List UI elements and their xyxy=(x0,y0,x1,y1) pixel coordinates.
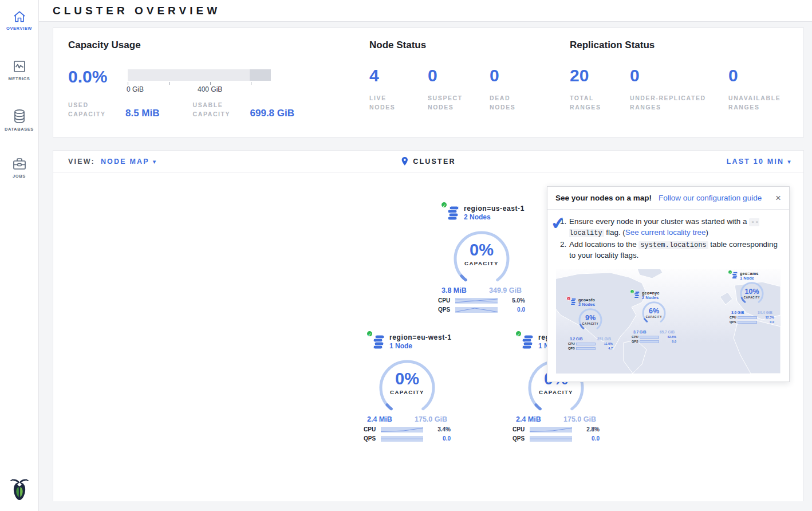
capacity-gauge: 6% CAPACITY xyxy=(638,301,669,330)
node-count: 1 Node xyxy=(740,276,759,281)
suspect-nodes-metric: 0 SUSPECT NODES xyxy=(428,68,490,112)
page-titlebar: CLUSTER OVERVIEW xyxy=(39,0,812,22)
capacity-gauge: 0% CAPACITY xyxy=(447,223,516,285)
suspect-nodes-label: SUSPECT NODES xyxy=(428,93,472,112)
node-used-capacity: 2.4 MiB xyxy=(516,415,541,423)
geo-label: geo=sfo xyxy=(578,298,595,302)
cpu-sparkline xyxy=(455,298,498,304)
node-total-capacity: 349.9 GiB xyxy=(489,286,522,294)
sidebar-item-label: METRICS xyxy=(0,76,38,81)
node-group-us-east-1[interactable]: ✓ region=us-east-1 2 Nodes xyxy=(435,205,529,313)
gauge-capacity-label: CAPACITY xyxy=(736,296,767,299)
sidebar-item-databases[interactable]: DATABASES xyxy=(0,107,38,136)
node-group-eu-west-1[interactable]: ✓ region=eu-west-1 1 Node xyxy=(360,333,454,442)
popup-step-1: 1. Ensure every node in your cluster was… xyxy=(560,217,780,238)
qps-sparkline xyxy=(381,436,423,442)
node-used-capacity: 3.2 GiB xyxy=(570,337,582,341)
sidebar-item-jobs[interactable]: JOBS xyxy=(0,155,38,183)
cpu-value: 12.3% xyxy=(765,316,774,319)
live-nodes-metric: 4 LIVE NODES xyxy=(369,68,428,112)
used-capacity-label: USED CAPACITY xyxy=(68,100,117,119)
locality-tree-link[interactable]: See current locality tree xyxy=(625,228,706,237)
qps-value: 0.0 xyxy=(592,435,600,442)
capacity-percent: 0.0% xyxy=(68,69,128,84)
done-check-icon: ✔ xyxy=(550,213,566,234)
gauge-percent: 6% xyxy=(638,307,669,315)
summary-panel: Capacity Usage 0.0% 0 GiB 400 GiB xyxy=(53,27,804,137)
breadcrumb-cluster[interactable]: CLUSTER xyxy=(413,158,455,166)
gauge-capacity-label: CAPACITY xyxy=(373,389,442,395)
node-used-capacity: 3.7 GiB xyxy=(633,330,646,334)
node-total-capacity: 65.7 GiB xyxy=(660,330,675,334)
cpu-label: CPU xyxy=(438,297,455,304)
usable-capacity-value: 699.8 GiB xyxy=(250,108,295,119)
gauge-percent: 9% xyxy=(575,314,606,322)
live-nodes-value: 4 xyxy=(369,68,428,83)
time-range-dropdown[interactable]: LAST 10 MIN▾ xyxy=(727,158,792,166)
database-icon xyxy=(13,109,26,124)
cpu-value: 11.0% xyxy=(604,342,613,345)
node-status-section: Node Status 4 LIVE NODES 0 SUSPECT NODES… xyxy=(369,40,547,112)
under-replicated-ranges-metric: 0 UNDER-REPLICATED RANGES xyxy=(630,68,728,112)
view-bar: VIEW: NODE MAP▾ CLUSTER LAST 10 MIN▾ xyxy=(53,151,803,172)
replication-status-title: Replication Status xyxy=(570,40,803,51)
unavailable-ranges-value: 0 xyxy=(728,68,803,83)
unavailable-ranges-label: UNAVAILABLE RANGES xyxy=(728,93,786,112)
qps-sparkline xyxy=(640,340,659,343)
sidebar-item-overview[interactable]: OVERVIEW xyxy=(0,8,38,36)
metrics-icon xyxy=(13,60,26,73)
example-map-image: ! geo=sfo 2 Nodes xyxy=(556,269,781,374)
sidebar-item-label: OVERVIEW xyxy=(0,26,38,31)
qps-label: QPS xyxy=(568,347,576,350)
gauge-capacity-label: CAPACITY xyxy=(522,389,590,395)
mini-node-sfo: ! geo=sfo 2 Nodes xyxy=(564,298,617,350)
gauge-percent: 10% xyxy=(736,288,767,296)
suspect-nodes-value: 0 xyxy=(428,68,490,83)
popup-title: See your nodes on a map! xyxy=(555,194,652,202)
region-label: region=us-east-1 xyxy=(464,205,525,213)
qps-label: QPS xyxy=(513,435,530,442)
cpu-value: 3.4% xyxy=(437,426,451,433)
system-locations-code: system.locations xyxy=(638,241,708,249)
gauge-capacity-label: CAPACITY xyxy=(638,316,669,319)
cpu-label: CPU xyxy=(568,342,576,345)
view-dropdown[interactable]: NODE MAP▾ xyxy=(101,158,157,166)
gauge-capacity-label: CAPACITY xyxy=(447,260,516,266)
cpu-value: 5.0% xyxy=(512,297,525,304)
configuration-guide-link[interactable]: Follow our configuration guide xyxy=(659,194,762,202)
node-count: 1 Node xyxy=(389,342,452,350)
capacity-usage-title: Capacity Usage xyxy=(68,40,354,51)
healthy-check-icon: ✓ xyxy=(515,330,522,337)
cpu-sparkline xyxy=(640,336,659,339)
qps-label: QPS xyxy=(438,306,455,313)
healthy-check-icon: ✓ xyxy=(440,201,448,209)
axis-label-400: 400 GiB xyxy=(198,85,222,93)
cpu-value: 42.6% xyxy=(667,335,676,339)
cockroachdb-logo xyxy=(0,478,38,503)
sidebar-item-metrics[interactable]: METRICS xyxy=(0,57,38,86)
axis-label-0: 0 GiB xyxy=(127,85,144,93)
node-total-capacity: 351 GiB xyxy=(597,337,611,341)
mini-node-nyc: ✓ geo=nyc 2 Nodes xyxy=(628,291,680,343)
close-icon[interactable]: × xyxy=(775,193,781,203)
qps-value: 0.0 xyxy=(443,435,451,442)
qps-sparkline xyxy=(455,307,498,313)
healthy-check-icon: ✓ xyxy=(366,330,373,337)
usable-capacity-label: USABLE CAPACITY xyxy=(193,100,242,119)
dead-nodes-value: 0 xyxy=(490,68,547,83)
home-icon xyxy=(13,10,26,23)
dead-nodes-label: DEAD NODES xyxy=(490,93,530,112)
popup-step-2: 2. Add locations to the system.locations… xyxy=(560,239,780,261)
used-capacity-value: 8.5 MiB xyxy=(125,108,160,119)
capacity-gauge: 0% CAPACITY xyxy=(373,352,442,414)
mini-node-ams: ✓ geo=ams 1 Node xyxy=(726,272,778,324)
geo-label: geo=nyc xyxy=(642,291,660,295)
cpu-sparkline xyxy=(576,343,596,345)
briefcase-icon xyxy=(12,157,27,171)
chevron-down-icon: ▾ xyxy=(153,158,157,165)
sidebar-item-label: JOBS xyxy=(0,174,38,179)
cpu-sparkline xyxy=(738,316,757,319)
node-count: 2 Nodes xyxy=(464,213,525,221)
capacity-bar xyxy=(128,69,271,81)
node-count: 2 Nodes xyxy=(642,295,660,300)
